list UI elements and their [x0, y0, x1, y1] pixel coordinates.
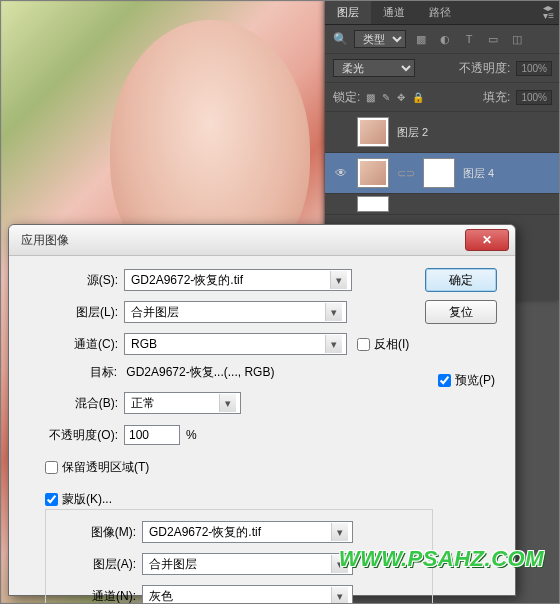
link-icon[interactable]: ⊂⊃ — [397, 167, 415, 180]
blend-opacity-row: 柔光 不透明度: 100% — [325, 54, 560, 83]
layer-label: 图层(L): — [23, 304, 124, 321]
cancel-button[interactable]: 复位 — [425, 300, 497, 324]
panel-menu-icon[interactable]: ◂▸▾≡ — [543, 4, 554, 20]
filter-type-icon[interactable]: T — [460, 30, 478, 48]
dialog-buttons: 确定 复位 — [425, 268, 497, 324]
filter-kind-icon: 🔍 — [333, 32, 348, 46]
mask-image-label: 图像(M): — [54, 524, 142, 541]
mask-channel-combo[interactable]: 灰色 — [142, 585, 353, 604]
mask-layer-label: 图层(A): — [54, 556, 142, 573]
mask-channel-label: 通道(N): — [54, 588, 142, 605]
fill-label: 填充: — [483, 89, 510, 106]
layers-list: 图层 2 👁 ⊂⊃ 图层 4 — [325, 112, 560, 215]
opacity-input[interactable] — [124, 425, 180, 445]
dialog-title: 应用图像 — [21, 232, 69, 249]
source-label: 源(S): — [23, 272, 124, 289]
mask-thumbnail[interactable] — [423, 158, 455, 188]
watermark: WWW.PSAHZ.COM — [339, 546, 544, 572]
opacity-value[interactable]: 100% — [516, 61, 552, 76]
layer-thumbnail[interactable] — [357, 158, 389, 188]
tab-channels[interactable]: 通道 — [371, 0, 417, 24]
layer-row-partial[interactable] — [325, 194, 560, 215]
layer-thumbnail[interactable] — [357, 117, 389, 147]
layer-row[interactable]: 图层 2 — [325, 112, 560, 153]
blending-label: 混合(B): — [23, 395, 124, 412]
preserve-transparency-checkbox[interactable]: 保留透明区域(T) — [45, 459, 149, 476]
invert-label: 反相(I) — [374, 336, 409, 353]
close-button[interactable]: ✕ — [465, 229, 509, 251]
layer-name[interactable]: 图层 4 — [463, 166, 494, 181]
visibility-icon[interactable]: 👁 — [333, 166, 349, 180]
fill-value[interactable]: 100% — [516, 90, 552, 105]
lock-icons[interactable]: ▩ ✎ ✥ 🔒 — [366, 92, 425, 103]
mask-checkbox[interactable]: 蒙版(K)... — [45, 491, 112, 508]
channel-label: 通道(C): — [23, 336, 124, 353]
preview-label: 预览(P) — [455, 372, 495, 389]
invert-checkbox-input[interactable] — [357, 338, 370, 351]
layer-combo[interactable]: 合并图层 — [124, 301, 347, 323]
mask-checkbox-input[interactable] — [45, 493, 58, 506]
preview-checkbox-input[interactable] — [438, 374, 451, 387]
target-row: 目标: GD2A9672-恢复...(..., RGB) — [23, 364, 501, 381]
target-label: 目标: — [57, 364, 123, 381]
source-combo[interactable]: GD2A9672-恢复的.tif — [124, 269, 352, 291]
filter-adjust-icon[interactable]: ◐ — [436, 30, 454, 48]
opacity-unit: % — [186, 428, 197, 442]
filter-kind-select[interactable]: 类型 — [354, 30, 406, 48]
layer-row[interactable]: 👁 ⊂⊃ 图层 4 — [325, 153, 560, 194]
layer-name[interactable]: 图层 2 — [397, 125, 428, 140]
mask-layer-combo[interactable]: 合并图层 — [142, 553, 353, 575]
invert-checkbox[interactable]: 反相(I) — [357, 336, 409, 353]
opacity-dlg-label: 不透明度(O): — [23, 427, 124, 444]
filter-pixel-icon[interactable]: ▩ — [412, 30, 430, 48]
layer-thumbnail[interactable] — [357, 196, 389, 212]
mask-image-combo[interactable]: GD2A9672-恢复的.tif — [142, 521, 353, 543]
opacity-label: 不透明度: — [459, 60, 510, 77]
layer-filter-row: 🔍 类型 ▩ ◐ T ▭ ◫ — [325, 25, 560, 54]
lock-label: 锁定: — [333, 89, 360, 106]
dialog-titlebar[interactable]: 应用图像 ✕ — [9, 225, 515, 256]
preserve-transparency-input[interactable] — [45, 461, 58, 474]
apply-image-dialog: 应用图像 ✕ 确定 复位 预览(P) 源(S): GD2A9672-恢复的.ti… — [8, 224, 516, 596]
panel-tabs: 图层 通道 路径 ◂▸▾≡ — [325, 0, 560, 25]
blending-combo[interactable]: 正常 — [124, 392, 241, 414]
mask-label: 蒙版(K)... — [62, 491, 112, 508]
tab-layers[interactable]: 图层 — [325, 0, 371, 24]
filter-shape-icon[interactable]: ▭ — [484, 30, 502, 48]
filter-smart-icon[interactable]: ◫ — [508, 30, 526, 48]
blend-mode-select[interactable]: 柔光 — [333, 59, 415, 77]
tab-paths[interactable]: 路径 — [417, 0, 463, 24]
target-value: GD2A9672-恢复...(..., RGB) — [126, 365, 274, 379]
lock-fill-row: 锁定: ▩ ✎ ✥ 🔒 填充: 100% — [325, 83, 560, 112]
channel-combo[interactable]: RGB — [124, 333, 347, 355]
preserve-transparency-label: 保留透明区域(T) — [62, 459, 149, 476]
preview-checkbox[interactable]: 预览(P) — [438, 372, 495, 389]
ok-button[interactable]: 确定 — [425, 268, 497, 292]
